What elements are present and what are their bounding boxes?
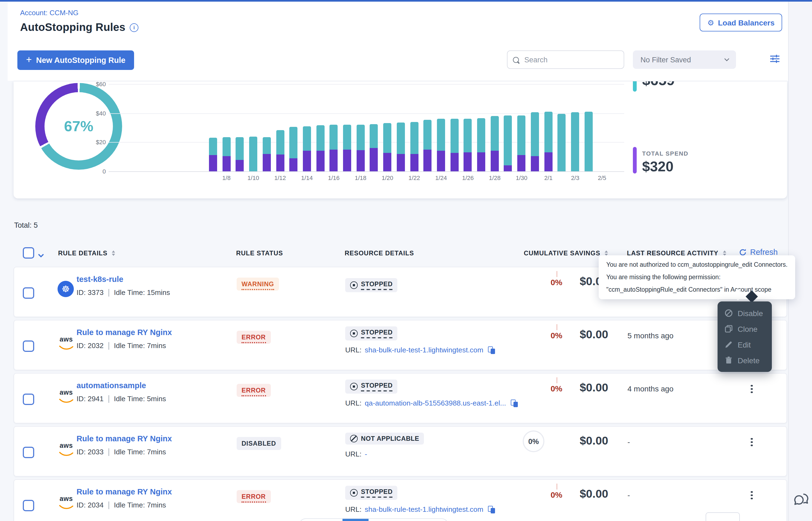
rule-status-badge[interactable]: DISABLED [237, 437, 281, 450]
search-input[interactable] [523, 55, 618, 64]
total-spend-value: $320 [642, 158, 674, 175]
aws-icon: aws [58, 496, 75, 512]
copy-icon[interactable] [488, 346, 495, 354]
rule-name-link[interactable]: automationsample [77, 381, 146, 390]
col-header-cumulative-savings[interactable]: CUMULATIVE SAVINGS [524, 249, 608, 257]
row-menu-button[interactable] [747, 489, 756, 502]
copy-icon[interactable] [488, 505, 495, 513]
last-activity: - [627, 437, 630, 446]
rule-name-link[interactable]: Rule to manage RY Nginx [77, 488, 172, 496]
toolbar: + New AutoStopping Rule No Filter Saved [7, 40, 788, 81]
resource-state-badge[interactable]: STOPPED [345, 380, 398, 393]
clone-icon [725, 325, 733, 333]
resource-url-link[interactable]: qa-automation-alb-515563988.us-east-1.el… [365, 399, 506, 407]
row-checkbox[interactable] [23, 393, 34, 405]
savings-gauge-ring: 0% [523, 430, 544, 452]
info-icon[interactable]: i [130, 23, 138, 32]
context-menu-item-disable[interactable]: Disable [718, 305, 772, 321]
resource-state-badge[interactable]: STOPPED [345, 326, 398, 340]
account-breadcrumb[interactable]: Account: CCM-NG [20, 9, 79, 17]
resource-url-link[interactable]: sha-bulk-rule-test-1.lightwingtest.com [365, 346, 483, 354]
rule-status-badge[interactable]: ERROR [237, 331, 271, 344]
resource-state-badge[interactable]: NOT APPLICABLE [345, 433, 424, 445]
edit-icon [725, 340, 733, 348]
table-row: aws Rule to manage RY Nginx ID: 2033Idle… [14, 426, 787, 477]
rule-meta: ID: 2034Idle Time: 7mins [77, 501, 172, 509]
copy-icon[interactable] [511, 399, 518, 407]
saved-filter-dropdown[interactable]: No Filter Saved [633, 50, 736, 69]
x-axis-labels: 1/81/101/121/141/161/181/201/221/241/261… [209, 175, 593, 183]
savings-gauge-tick [556, 324, 557, 330]
total-spend-label: TOTAL SPEND [642, 150, 688, 157]
savings-percent: 0% [535, 490, 562, 499]
sort-icon[interactable] [112, 250, 115, 256]
rule-meta: ID: 2941Idle Time: 5mins [77, 395, 166, 403]
rule-status-badge[interactable]: WARNING [237, 277, 279, 291]
savings-percent: 0% [535, 384, 562, 393]
last-activity: 4 months ago [627, 384, 674, 393]
select-all-checkbox[interactable] [23, 247, 34, 258]
search-input-wrap [507, 50, 624, 69]
page-title: AutoStopping Rules [20, 21, 125, 33]
plus-icon: + [26, 54, 32, 65]
aws-icon: aws [58, 443, 75, 459]
context-menu-item-edit[interactable]: Edit [718, 337, 772, 353]
chat-bubble-icon[interactable] [793, 493, 809, 510]
y-tick: $60 [84, 81, 106, 87]
savings-donut: 67% [35, 83, 122, 170]
rule-name-link[interactable]: Rule to manage RY Nginx [77, 434, 172, 443]
savings-percent-label: 67% [64, 118, 93, 135]
savings-amount: $0.00 [580, 381, 608, 394]
rule-status-badge[interactable]: ERROR [237, 384, 271, 397]
page-size-select[interactable] [706, 512, 740, 521]
kubernetes-icon [58, 281, 74, 297]
new-autostopping-rule-button[interactable]: + New AutoStopping Rule [17, 50, 134, 70]
aws-icon: aws [58, 390, 75, 406]
row-checkbox[interactable] [23, 447, 34, 458]
active-page-button[interactable] [342, 519, 368, 521]
table-row: aws automationsample ID: 2941Idle Time: … [14, 373, 787, 424]
row-checkbox[interactable] [23, 500, 34, 511]
load-balancers-button[interactable]: Load Balancers [700, 14, 782, 31]
context-menu-item-delete[interactable]: Delete [718, 353, 772, 368]
total-savings-value: $659 [642, 81, 675, 89]
disable-icon [725, 309, 733, 317]
resource-url-link[interactable]: sha-bulk-rule-test-1.lightwingtest.com [365, 505, 483, 514]
pagination-bar[interactable] [299, 518, 449, 521]
table-row: aws Rule to manage RY Nginx ID: 2034Idle… [14, 479, 787, 521]
total-count-label: Total: 5 [14, 221, 38, 229]
resource-state-badge[interactable]: STOPPED [345, 278, 398, 292]
rule-status-badge[interactable]: ERROR [237, 490, 271, 503]
refresh-icon [739, 248, 747, 256]
savings-amount: $0.00 [580, 328, 608, 341]
rule-meta: ID: 2033Idle Time: 7mins [77, 448, 172, 456]
col-header-rule-details[interactable]: RULE DETAILS [58, 249, 115, 257]
y-tick: $20 [84, 139, 106, 145]
stacked-bar-chart [209, 84, 593, 171]
chevron-down-icon [724, 58, 729, 61]
y-tick: 0 [84, 168, 106, 175]
top-accent-bar [0, 0, 812, 2]
last-activity: - [627, 491, 630, 499]
last-activity: 5 months ago [627, 331, 674, 340]
rule-name-link[interactable]: Rule to manage RY Nginx [77, 328, 172, 337]
stopped-icon [350, 489, 358, 497]
resource-state-badge[interactable]: STOPPED [345, 486, 398, 500]
filter-panel-icon[interactable] [770, 55, 779, 65]
select-menu-chevron-icon[interactable] [38, 250, 44, 260]
savings-amount: $0.00 [580, 488, 608, 500]
savings-gauge-tick [556, 271, 557, 277]
gear-icon [707, 18, 714, 27]
stopped-icon [350, 383, 358, 390]
rule-name-link[interactable]: test-k8s-rule [77, 275, 123, 284]
stopped-icon [350, 281, 358, 289]
rule-meta: ID: 3373Idle Time: 15mins [77, 289, 170, 297]
context-menu-item-clone[interactable]: Clone [718, 321, 772, 337]
row-checkbox[interactable] [23, 340, 34, 352]
row-menu-button[interactable] [747, 382, 756, 395]
row-checkbox[interactable] [23, 287, 34, 299]
x-axis-line [109, 171, 624, 172]
col-header-resource-details: RESOURCE DETAILS [345, 249, 414, 257]
row-menu-button[interactable] [747, 435, 756, 449]
summary-card: 67% $60 $40 $20 0 1/81/101/121/141/161/1… [14, 81, 787, 199]
